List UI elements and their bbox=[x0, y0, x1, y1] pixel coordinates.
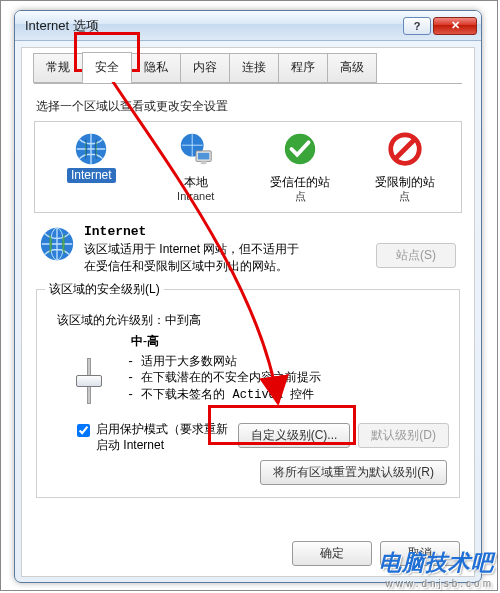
globe-icon bbox=[38, 225, 76, 263]
help-button[interactable]: ? bbox=[403, 17, 431, 35]
zone-restricted[interactable]: 受限制的站 点 bbox=[353, 128, 458, 206]
group-legend: 该区域的安全级别(L) bbox=[45, 281, 164, 298]
close-icon: ✕ bbox=[451, 19, 460, 32]
sites-button[interactable]: 站点(S) bbox=[376, 243, 456, 268]
svg-rect-4 bbox=[201, 161, 207, 164]
close-button[interactable]: ✕ bbox=[433, 17, 477, 35]
globe-monitor-icon bbox=[177, 130, 215, 168]
zone-sublabel: 点 bbox=[250, 190, 351, 204]
zones-list: Internet 本地 Intranet bbox=[34, 121, 462, 213]
tab-programs[interactable]: 程序 bbox=[278, 53, 328, 83]
internet-options-dialog: Internet 选项 ? ✕ 常规 安全 隐私 内容 连接 程序 高级 选择一… bbox=[14, 10, 482, 583]
zone-intranet[interactable]: 本地 Intranet bbox=[144, 128, 249, 206]
bullet-item: 在下载潜在的不安全内容之前提示 bbox=[127, 370, 321, 387]
bullet-item: 适用于大多数网站 bbox=[127, 354, 321, 371]
zone-label: Internet bbox=[67, 168, 116, 183]
current-level-name: 中-高 bbox=[131, 333, 449, 350]
window-title: Internet 选项 bbox=[25, 17, 401, 35]
bullet-item: 不下载未签名的 ActiveX 控件 bbox=[127, 387, 321, 404]
zone-desc-title: Internet bbox=[84, 223, 458, 241]
zone-sublabel: 点 bbox=[355, 190, 456, 204]
tab-content[interactable]: 内容 bbox=[180, 53, 230, 83]
default-level-button[interactable]: 默认级别(D) bbox=[358, 423, 449, 448]
security-level-slider[interactable] bbox=[69, 358, 109, 404]
tab-general[interactable]: 常规 bbox=[33, 53, 83, 83]
help-icon: ? bbox=[414, 20, 421, 32]
tab-advanced[interactable]: 高级 bbox=[327, 53, 377, 83]
slider-track bbox=[87, 358, 91, 404]
protected-mode-checkbox[interactable] bbox=[77, 424, 90, 437]
zone-label: 受限制的站 bbox=[355, 175, 456, 190]
checkmark-icon bbox=[281, 130, 319, 168]
tab-privacy[interactable]: 隐私 bbox=[131, 53, 181, 83]
client-area: 常规 安全 隐私 内容 连接 程序 高级 选择一个区域以查看或更改安全设置 In… bbox=[21, 47, 475, 577]
protected-mode-label: 启用保护模式（要求重新 启动 Internet bbox=[96, 422, 228, 453]
slider-thumb[interactable] bbox=[76, 375, 102, 387]
tabstrip: 常规 安全 隐私 内容 连接 程序 高级 bbox=[33, 47, 463, 77]
ok-button[interactable]: 确定 bbox=[292, 541, 372, 566]
tab-security[interactable]: 安全 bbox=[82, 52, 132, 82]
globe-icon bbox=[72, 130, 110, 168]
zone-trusted[interactable]: 受信任的站 点 bbox=[248, 128, 353, 206]
zone-label: 本地 bbox=[146, 175, 247, 190]
reset-all-zones-button[interactable]: 将所有区域重置为默认级别(R) bbox=[260, 460, 447, 485]
security-level-group: 该区域的安全级别(L) 该区域的允许级别：中到高 中-高 适用于大多数网站 在下… bbox=[36, 289, 460, 499]
level-bullets: 适用于大多数网站 在下载潜在的不安全内容之前提示 不下载未签名的 ActiveX… bbox=[127, 354, 321, 404]
svg-line-7 bbox=[395, 140, 414, 159]
prohibited-icon bbox=[386, 130, 424, 168]
zones-section-label: 选择一个区域以查看或更改安全设置 bbox=[36, 98, 462, 115]
security-panel: 选择一个区域以查看或更改安全设置 Internet bbox=[34, 83, 462, 498]
allowed-levels-label: 该区域的允许级别：中到高 bbox=[57, 312, 449, 329]
svg-rect-3 bbox=[198, 153, 209, 160]
zone-label: 受信任的站 bbox=[250, 175, 351, 190]
titlebar[interactable]: Internet 选项 ? ✕ bbox=[15, 11, 481, 41]
tab-connections[interactable]: 连接 bbox=[229, 53, 279, 83]
zone-internet[interactable]: Internet bbox=[39, 128, 144, 206]
zone-sublabel: Intranet bbox=[146, 190, 247, 204]
custom-level-button[interactable]: 自定义级别(C)... bbox=[238, 423, 351, 448]
watermark: 电脑技术吧 www.dnjsb.com bbox=[379, 548, 494, 589]
